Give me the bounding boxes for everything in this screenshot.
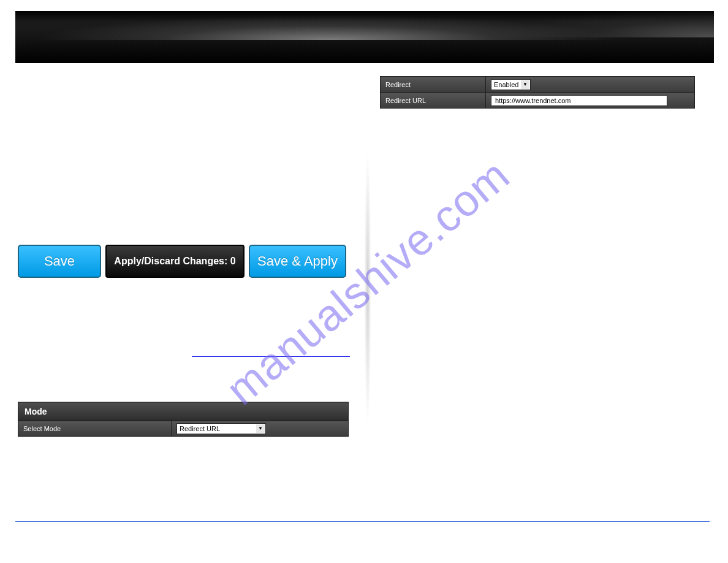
save-button[interactable]: Save [18, 245, 101, 278]
save-apply-button[interactable]: Save & Apply [249, 245, 346, 278]
column-divider [363, 67, 373, 509]
mode-select-label: Select Mode [18, 421, 172, 437]
mode-header: Mode [18, 402, 349, 421]
mode-select-cell: Redirect URL ▼ [172, 421, 349, 437]
header-banner [15, 11, 714, 63]
redirect-url-label: Redirect URL [381, 93, 486, 109]
redirect-url-value-cell [486, 93, 695, 109]
mode-row: Select Mode Redirect URL ▼ [18, 421, 349, 437]
redirect-url-input[interactable] [491, 95, 667, 106]
redirect-row: Redirect Enabled ▼ [381, 77, 695, 93]
redirect-config-table: Redirect Enabled ▼ Redirect URL [380, 76, 695, 109]
changes-status: Apply/Discard Changes: 0 [105, 245, 245, 278]
action-bar: Save Apply/Discard Changes: 0 Save & App… [18, 245, 346, 278]
redirect-url-row: Redirect URL [381, 93, 695, 109]
mode-table: Mode Select Mode Redirect URL ▼ [18, 402, 349, 437]
bottom-rule [15, 521, 710, 522]
banner-highlight-2 [365, 11, 714, 37]
redirect-select[interactable]: Enabled [491, 80, 530, 90]
redirect-select-wrap[interactable]: Enabled ▼ [491, 79, 531, 90]
mode-select-wrap[interactable]: Redirect URL ▼ [176, 423, 266, 434]
link-underline[interactable] [192, 356, 350, 357]
redirect-label: Redirect [381, 77, 486, 93]
mode-select[interactable]: Redirect URL [177, 424, 265, 434]
redirect-value-cell: Enabled ▼ [486, 77, 695, 93]
